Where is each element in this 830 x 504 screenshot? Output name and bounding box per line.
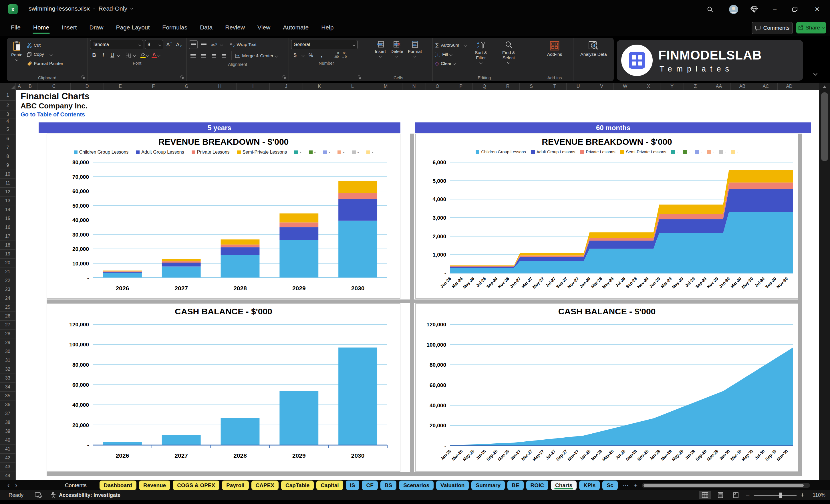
delete-cells-button[interactable]: Delete [388, 40, 405, 58]
sheet-tab-cf[interactable]: CF [362, 480, 378, 490]
row-header-28[interactable]: 28 [0, 329, 16, 338]
number-format-select[interactable]: General [291, 40, 357, 49]
column-header-AD[interactable]: AD [778, 83, 801, 90]
zoom-out-button[interactable]: − [746, 491, 749, 499]
column-header-A[interactable]: A [16, 83, 23, 90]
sheet-tab-summary[interactable]: Summary [471, 480, 505, 490]
row-header-25[interactable]: 25 [0, 303, 16, 312]
row-header-42[interactable]: 42 [0, 454, 16, 463]
display-settings-icon[interactable] [35, 492, 42, 498]
sheet-tab-is[interactable]: IS [346, 480, 359, 490]
row-header-10[interactable]: 10 [0, 170, 16, 179]
zoom-slider-thumb[interactable] [779, 493, 782, 498]
font-dialog-launcher-icon[interactable] [181, 75, 184, 79]
restore-button[interactable] [790, 5, 800, 14]
sheet-tab-be[interactable]: BE [507, 480, 523, 490]
alignment-dialog-launcher-icon[interactable] [283, 75, 286, 79]
column-header-B[interactable]: B [23, 83, 37, 90]
row-header-29[interactable]: 29 [0, 338, 16, 347]
column-header-L[interactable]: L [336, 83, 369, 90]
row-header-39[interactable]: 39 [0, 427, 16, 436]
column-header-Y[interactable]: Y [661, 83, 684, 90]
row-header-24[interactable]: 24 [0, 294, 16, 303]
merge-center-button[interactable]: Merge & Center [235, 51, 278, 60]
sheet-tab-capex[interactable]: CAPEX [251, 480, 279, 490]
worksheet[interactable]: Financial Charts ABC Company Inc. Go to … [16, 90, 819, 480]
chevron-down-icon[interactable] [301, 54, 304, 57]
column-header-AB[interactable]: AB [731, 83, 754, 90]
sheet-tab-scenarios[interactable]: Scenarios [399, 480, 434, 490]
row-header-16[interactable]: 16 [0, 223, 16, 232]
minimize-button[interactable]: – [770, 5, 780, 14]
row-header-38[interactable]: 38 [0, 418, 16, 427]
sheet-tab-kpis[interactable]: KPIs [579, 480, 600, 490]
row-header-18[interactable]: 18 [0, 241, 16, 250]
addins-button[interactable]: Add-ins [545, 40, 564, 58]
row-header-27[interactable]: 27 [0, 321, 16, 329]
menu-tab-review[interactable]: Review [225, 22, 246, 33]
autosum-button[interactable]: ∑ AutoSum [435, 41, 466, 50]
row-header-23[interactable]: 23 [0, 285, 16, 294]
row-header-26[interactable]: 26 [0, 312, 16, 321]
font-color-button[interactable]: A [152, 53, 157, 58]
row-header-12[interactable]: 12 [0, 188, 16, 196]
column-header-W[interactable]: W [613, 83, 637, 90]
column-header-U[interactable]: U [567, 83, 590, 90]
column-header-I[interactable]: I [236, 83, 270, 90]
row-header-41[interactable]: 41 [0, 445, 16, 454]
column-header-X[interactable]: X [637, 83, 661, 90]
grow-font-button[interactable]: A^ [165, 41, 173, 49]
column-header-K[interactable]: K [303, 83, 336, 90]
menu-tab-draw[interactable]: Draw [89, 22, 104, 33]
row-header-14[interactable]: 14 [0, 206, 16, 214]
analyze-data-button[interactable]: Analyze Data [578, 40, 609, 58]
page-layout-view-button[interactable] [715, 491, 726, 499]
row-header-22[interactable]: 22 [0, 276, 16, 285]
sort-filter-button[interactable]: AZ Sort & Filter [469, 40, 493, 64]
column-header-AC[interactable]: AC [754, 83, 778, 90]
borders-button[interactable] [124, 51, 132, 59]
sheet-tab-captable[interactable]: CapTable [281, 480, 314, 490]
normal-view-button[interactable] [699, 491, 711, 499]
menu-tab-insert[interactable]: Insert [61, 22, 77, 33]
row-header-35[interactable]: 35 [0, 391, 16, 401]
insert-cells-button[interactable]: Insert [373, 40, 388, 58]
format-painter-button[interactable]: Format Painter [27, 59, 63, 68]
row-header-9[interactable]: 9 [0, 161, 16, 170]
column-header-P[interactable]: P [449, 83, 473, 90]
align-bottom-button[interactable] [200, 41, 208, 49]
column-header-R[interactable]: R [496, 83, 520, 90]
accessibility-icon[interactable] [50, 492, 56, 498]
select-all-corner[interactable] [0, 83, 16, 90]
fill-color-button[interactable] [140, 53, 146, 58]
read-only-label[interactable]: Read-Only [99, 5, 127, 12]
align-left-button[interactable] [189, 52, 197, 60]
sheet-tab-contents[interactable]: Contents [65, 482, 87, 489]
column-header-AA[interactable]: AA [707, 83, 731, 90]
chevron-down-icon[interactable] [220, 43, 223, 46]
row-header-33[interactable]: 33 [0, 374, 16, 383]
row-header-34[interactable]: 34 [0, 383, 16, 391]
format-cells-button[interactable]: Format [406, 40, 424, 58]
increase-indent-button[interactable] [220, 52, 228, 60]
shrink-font-button[interactable]: Av [175, 41, 183, 49]
paste-button[interactable]: Paste [9, 40, 25, 62]
clipboard-dialog-launcher-icon[interactable] [82, 75, 85, 79]
row-header-3[interactable]: 3 [0, 111, 16, 119]
column-header-Z[interactable]: Z [684, 83, 707, 90]
row-header-36[interactable]: 36 [0, 401, 16, 409]
fill-button[interactable]: ↓ Fill [435, 50, 466, 59]
sheet-nav-right-icon[interactable]: › [15, 482, 17, 489]
share-button[interactable]: Share [796, 22, 826, 33]
percent-style-button[interactable]: % [307, 51, 315, 59]
row-header-40[interactable]: 40 [0, 436, 16, 445]
column-header-O[interactable]: O [426, 83, 449, 90]
sheet-tab-roic[interactable]: ROIC [526, 480, 549, 490]
row-header-8[interactable]: 8 [0, 152, 16, 161]
scroll-up-icon[interactable] [819, 83, 830, 90]
column-header-F[interactable]: F [137, 83, 170, 90]
row-header-13[interactable]: 13 [0, 196, 16, 206]
row-header-2[interactable]: 2 [0, 101, 16, 111]
column-header-S[interactable]: S [520, 83, 543, 90]
column-header-V[interactable]: V [590, 83, 613, 90]
